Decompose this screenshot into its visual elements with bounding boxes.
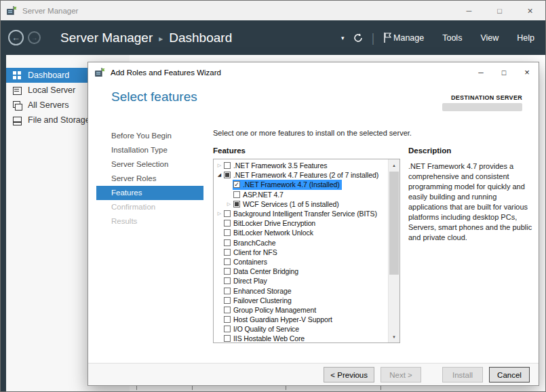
- dialog-close-button[interactable]: ×: [515, 62, 539, 82]
- feature-row[interactable]: ▷.NET Framework 3.5 Features: [214, 161, 388, 170]
- feature-checkbox[interactable]: [224, 229, 231, 236]
- back-button[interactable]: ←: [8, 30, 24, 45]
- minimize-icon: ─: [478, 68, 483, 77]
- all-servers-icon: [12, 100, 22, 110]
- instruction-text: Select one or more features to install o…: [213, 129, 412, 137]
- nav-menu: ManageToolsViewHelp: [393, 20, 534, 55]
- wizard-step-features[interactable]: Features: [96, 186, 203, 200]
- feature-checkbox[interactable]: [224, 326, 231, 332]
- feature-row[interactable]: Direct Play: [214, 276, 388, 286]
- flag-icon: [383, 32, 392, 43]
- menu-help[interactable]: Help: [517, 33, 534, 43]
- feature-checkbox[interactable]: [233, 191, 240, 198]
- forward-icon: →: [31, 34, 38, 41]
- feature-checkbox[interactable]: [224, 258, 231, 265]
- feature-row[interactable]: ▷WCF Services (1 of 5 installed): [214, 199, 388, 209]
- feature-checkbox[interactable]: [224, 288, 231, 294]
- feature-row[interactable]: BitLocker Drive Encryption: [214, 218, 388, 228]
- feature-checkbox[interactable]: [224, 297, 231, 304]
- feature-row[interactable]: IIS Hostable Web Core: [214, 334, 388, 342]
- feature-checkbox[interactable]: [224, 268, 231, 275]
- destination-server-name-redacted: [442, 103, 522, 111]
- dialog-footer: < PreviousNext >InstallCancel: [88, 363, 539, 385]
- description-text: .NET Framework 4.7 provides a comprehens…: [408, 161, 533, 243]
- feature-row[interactable]: Enhanced Storage: [214, 286, 388, 295]
- storage-icon: [12, 115, 22, 125]
- previous-button[interactable]: < Previous: [324, 367, 374, 383]
- feature-row[interactable]: Client for NFS: [214, 248, 388, 257]
- scroll-down-button[interactable]: ▼: [389, 331, 399, 342]
- feature-row[interactable]: Host Guardian Hyper-V Support: [214, 315, 388, 324]
- feature-label: Host Guardian Hyper-V Support: [233, 315, 332, 324]
- features-label: Features: [213, 146, 246, 155]
- feature-label: ASP.NET 4.7: [243, 191, 284, 199]
- breadcrumb-root[interactable]: Server Manager: [60, 31, 153, 45]
- feature-label: BitLocker Network Unlock: [233, 229, 313, 237]
- feature-label: .NET Framework 4.7 (Installed): [243, 180, 340, 189]
- wizard-step-server-roles[interactable]: Server Roles: [96, 172, 203, 186]
- feature-label: Failover Clustering: [233, 296, 292, 305]
- feature-row[interactable]: Group Policy Management: [214, 305, 388, 315]
- cancel-button[interactable]: Cancel: [489, 367, 530, 383]
- tree-expander-icon[interactable]: ◢: [216, 172, 223, 178]
- wizard-step-before-you-begin[interactable]: Before You Begin: [96, 129, 203, 143]
- feature-label: Background Intelligent Transfer Service …: [233, 210, 377, 218]
- feature-label: WCF Services (1 of 5 installed): [243, 200, 339, 208]
- menu-view[interactable]: View: [480, 33, 499, 43]
- feature-checkbox[interactable]: [224, 172, 231, 178]
- feature-row[interactable]: BitLocker Network Unlock: [214, 228, 388, 237]
- feature-label: Data Center Bridging: [233, 267, 298, 275]
- feature-checkbox[interactable]: [224, 162, 231, 169]
- install-button[interactable]: Install: [442, 367, 483, 383]
- wizard-step-server-selection[interactable]: Server Selection: [96, 157, 203, 172]
- close-button[interactable]: ×: [515, 1, 545, 20]
- chevron-down-icon[interactable]: ▾: [341, 35, 345, 41]
- feature-checkbox[interactable]: [224, 239, 231, 246]
- feature-label: IIS Hostable Web Core: [233, 334, 305, 342]
- feature-checkbox[interactable]: [224, 335, 231, 342]
- feature-checkbox[interactable]: [224, 249, 231, 256]
- feature-row[interactable]: I/O Quality of Service: [214, 324, 388, 334]
- feature-row[interactable]: Containers: [214, 257, 388, 267]
- back-icon: ←: [12, 33, 20, 43]
- feature-label: BranchCache: [233, 239, 276, 247]
- minimize-button[interactable]: ─: [454, 1, 484, 20]
- next-button[interactable]: Next >: [381, 367, 421, 383]
- tree-expander-icon[interactable]: ▷: [225, 201, 233, 207]
- wizard-step-installation-type[interactable]: Installation Type: [96, 143, 203, 157]
- feature-row[interactable]: ◢.NET Framework 4.7 Features (2 of 7 ins…: [214, 170, 388, 180]
- feature-row[interactable]: ▷Background Intelligent Transfer Service…: [214, 209, 388, 218]
- scroll-down-icon: ▼: [392, 335, 396, 339]
- maximize-button[interactable]: □: [484, 1, 515, 20]
- notifications-flag-button[interactable]: [383, 32, 392, 43]
- feature-checkbox[interactable]: [224, 277, 231, 284]
- dialog-maximize-button[interactable]: □: [492, 62, 515, 82]
- forward-button[interactable]: →: [28, 31, 41, 44]
- window-titlebar: Server Manager ─ □ ×: [1, 1, 545, 20]
- scrollbar-track[interactable]: ▲ ▼: [388, 159, 399, 342]
- feature-checkbox[interactable]: [224, 316, 231, 323]
- scroll-up-button[interactable]: ▲: [389, 159, 399, 171]
- feature-row[interactable]: ✓.NET Framework 4.7 (Installed): [214, 180, 388, 189]
- feature-row[interactable]: Data Center Bridging: [214, 267, 388, 276]
- description-title: Description: [408, 146, 451, 155]
- feature-checkbox[interactable]: [224, 307, 231, 313]
- features-listbox[interactable]: ▷.NET Framework 3.5 Features◢.NET Framew…: [213, 159, 400, 343]
- feature-checkbox[interactable]: ✓: [233, 181, 240, 188]
- feature-row[interactable]: BranchCache: [214, 238, 388, 248]
- feature-checkbox[interactable]: [224, 220, 231, 227]
- feature-checkbox[interactable]: [224, 210, 231, 217]
- menu-tools[interactable]: Tools: [442, 33, 462, 43]
- breadcrumb: Server Manager ▸ Dashboard: [60, 20, 232, 55]
- tree-expander-icon[interactable]: ▷: [216, 163, 223, 168]
- menu-manage[interactable]: Manage: [393, 33, 424, 43]
- feature-row[interactable]: Failover Clustering: [214, 296, 388, 305]
- refresh-button[interactable]: [353, 33, 364, 43]
- breadcrumb-current[interactable]: Dashboard: [169, 31, 232, 45]
- dialog-minimize-button[interactable]: ─: [469, 62, 492, 82]
- scroll-thumb[interactable]: [389, 172, 399, 275]
- dialog-titlebar: Add Roles and Features Wizard ─ □ ×: [88, 62, 539, 82]
- tree-expander-icon[interactable]: ▷: [216, 211, 223, 216]
- feature-row[interactable]: ASP.NET 4.7: [214, 190, 388, 199]
- feature-checkbox[interactable]: [233, 201, 240, 208]
